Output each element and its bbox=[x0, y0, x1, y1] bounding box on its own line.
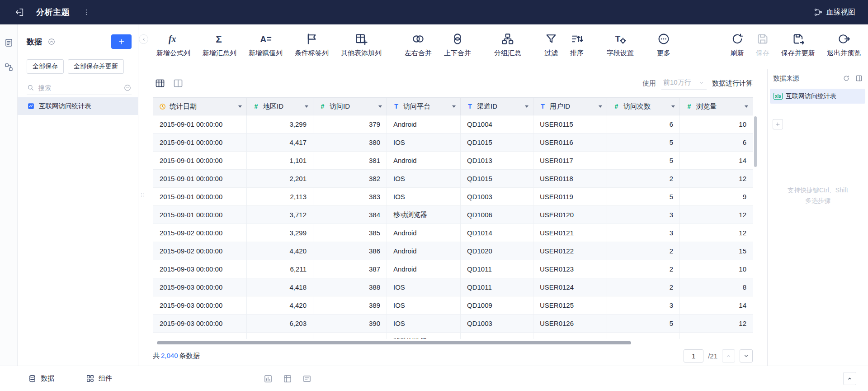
toolbar-button-tag[interactable]: 条件标签列 bbox=[295, 24, 329, 57]
vertical-scrollbar[interactable] bbox=[754, 116, 757, 167]
source-step-item[interactable]: xls 互联网访问统计表 bbox=[770, 89, 865, 104]
table-cell: 3 bbox=[607, 296, 680, 315]
tab-data-label: 数据 bbox=[41, 374, 54, 383]
kebab-menu-icon[interactable] bbox=[82, 8, 90, 16]
column-header-3[interactable]: #访问ID bbox=[313, 98, 387, 115]
column-header-7[interactable]: #访问次数 bbox=[607, 98, 680, 115]
insert-chart-icon[interactable] bbox=[264, 374, 273, 383]
toolbar-button-exit-preview[interactable]: 退出并预览 bbox=[827, 24, 861, 57]
next-page-button[interactable] bbox=[740, 349, 753, 362]
insert-shortcuts bbox=[264, 374, 311, 383]
add-table-button[interactable] bbox=[111, 34, 132, 49]
table-cell: 2,113 bbox=[247, 188, 313, 206]
save-all-update-button[interactable]: 全部保存并更新 bbox=[68, 59, 124, 74]
table-cell: USER0127 bbox=[533, 333, 607, 339]
table-cell: QD1003 bbox=[461, 188, 533, 206]
toolbar-button-assign[interactable]: A新增赋值列 bbox=[249, 24, 283, 57]
lineage-view-button[interactable]: 血缘视图 bbox=[814, 8, 855, 17]
toolbar-button-save[interactable]: 保存 bbox=[756, 24, 769, 57]
column-header-5[interactable]: T渠道ID bbox=[461, 98, 533, 115]
layout-switch-icon[interactable] bbox=[855, 75, 863, 82]
card-view-icon[interactable] bbox=[173, 78, 184, 89]
panel-resize-handle[interactable] bbox=[139, 190, 146, 200]
toolbar-button-save-update[interactable]: 保存并更新 bbox=[781, 24, 815, 57]
previous-page-button[interactable] bbox=[722, 349, 735, 362]
column-header-6[interactable]: T用户ID bbox=[533, 98, 607, 115]
column-dropdown-caret[interactable] bbox=[525, 105, 528, 108]
table-cell: 5 bbox=[607, 315, 680, 333]
toolbar-button-field[interactable]: T字段设置 bbox=[607, 24, 634, 57]
column-dropdown-caret[interactable] bbox=[305, 105, 308, 108]
toolbar-button-more[interactable]: 更多 bbox=[657, 24, 670, 57]
table-cell: 8 bbox=[680, 278, 753, 296]
column-header-4[interactable]: T访问平台 bbox=[387, 98, 461, 115]
column-dropdown-caret[interactable] bbox=[238, 105, 242, 108]
exit-back-icon[interactable] bbox=[14, 7, 24, 17]
toolbar-button-refresh[interactable]: 刷新 bbox=[731, 24, 744, 57]
column-dropdown-caret[interactable] bbox=[599, 105, 602, 108]
table-cell: 2015-09-03 00:00:00 bbox=[153, 315, 247, 333]
insert-table-icon[interactable] bbox=[302, 374, 311, 383]
save-all-button[interactable]: 全部保存 bbox=[27, 59, 64, 74]
table-cell: USER0116 bbox=[533, 134, 607, 152]
table-cell: 6,211 bbox=[247, 260, 313, 278]
column-header-1[interactable]: 统计日期 bbox=[153, 98, 247, 115]
column-dropdown-caret[interactable] bbox=[745, 105, 748, 108]
table-row: 2015-09-03 00:00:004,418388IOSQD1011USER… bbox=[153, 278, 753, 296]
sidebar-item-dataset[interactable]: 互联网访问统计表 bbox=[18, 97, 138, 115]
steps-flow-icon[interactable] bbox=[4, 62, 14, 72]
total-row-count: 2,040 bbox=[161, 352, 178, 359]
toolbar-button-group[interactable]: 分组汇总 bbox=[494, 24, 521, 57]
column-label: 访问ID bbox=[330, 102, 350, 111]
data-sidebar: 数据 全部保存 全部保存并更新 互联网访问统计表 bbox=[18, 24, 138, 366]
merge-tb-icon bbox=[451, 32, 464, 46]
data-source-header: 数据来源 bbox=[773, 73, 863, 84]
tab-component[interactable]: 组件 bbox=[86, 374, 112, 383]
column-header-8[interactable]: #浏览量 bbox=[680, 98, 753, 115]
bottom-bar: 数据 组件 bbox=[0, 366, 868, 391]
table-row: 2015-09-02 00:00:003,299385AndroidQD1014… bbox=[153, 224, 753, 242]
column-dropdown-caret[interactable] bbox=[671, 105, 675, 108]
sidebar-actions: 全部保存 全部保存并更新 bbox=[27, 59, 124, 74]
table-cell: IOS bbox=[387, 170, 461, 188]
table-cell: 6,203 bbox=[247, 315, 313, 333]
expand-panel-button[interactable] bbox=[843, 372, 856, 385]
add-step-button[interactable] bbox=[773, 119, 783, 129]
table-row: 2015-09-03 00:00:006,203390IOSQD1003USER… bbox=[153, 315, 753, 333]
table-cell: QD1015 bbox=[461, 170, 533, 188]
toolbar-button-sort[interactable]: 排序 bbox=[570, 24, 584, 57]
table-cell: Android bbox=[387, 152, 461, 170]
component-icon bbox=[86, 374, 94, 383]
column-header-2[interactable]: #地区ID bbox=[247, 98, 313, 115]
toolbar-button-formula[interactable]: fx新增公式列 bbox=[156, 24, 190, 57]
restore-history-icon[interactable] bbox=[843, 75, 850, 82]
grid-view-icon[interactable] bbox=[155, 78, 165, 89]
table-cell: 1,101 bbox=[247, 152, 313, 170]
search-filter-icon[interactable] bbox=[123, 84, 132, 92]
toolbar-button-table-add[interactable]: 其他表添加列 bbox=[341, 24, 382, 57]
sidebar-collapse-button[interactable] bbox=[139, 34, 148, 44]
page-number-input[interactable] bbox=[684, 349, 703, 362]
table-body: 2015-09-01 00:00:003,299379AndroidQD1004… bbox=[153, 115, 753, 339]
toolbar-button-filter[interactable]: 过滤 bbox=[544, 24, 558, 57]
row-limit-dropdown[interactable]: 前10万行 bbox=[661, 77, 707, 90]
insert-pivot-icon[interactable] bbox=[283, 374, 292, 383]
analysis-list-icon[interactable] bbox=[4, 38, 14, 48]
horizontal-scrollbar[interactable] bbox=[157, 341, 631, 344]
tab-data[interactable]: 数据 bbox=[28, 374, 54, 383]
usage-prefix: 使用 bbox=[642, 79, 656, 88]
column-label: 访问平台 bbox=[403, 102, 430, 111]
search-input[interactable] bbox=[38, 84, 123, 91]
toolbar-button-merge-lr[interactable]: 左右合并 bbox=[405, 24, 432, 57]
column-dropdown-caret[interactable] bbox=[378, 105, 382, 108]
table-cell: 3,110 bbox=[247, 333, 313, 339]
toolbar-button-merge-tb[interactable]: 上下合并 bbox=[444, 24, 471, 57]
source-name: 互联网访问统计表 bbox=[786, 92, 836, 100]
plus-icon bbox=[775, 121, 781, 127]
column-dropdown-caret[interactable] bbox=[452, 105, 456, 108]
table-cell: 388 bbox=[313, 278, 387, 296]
table-cell: 2,201 bbox=[247, 170, 313, 188]
toolbar-button-summary[interactable]: Σ新增汇总列 bbox=[203, 24, 236, 57]
collapse-all-icon[interactable] bbox=[47, 38, 56, 46]
dataset-name: 互联网访问统计表 bbox=[39, 102, 91, 110]
